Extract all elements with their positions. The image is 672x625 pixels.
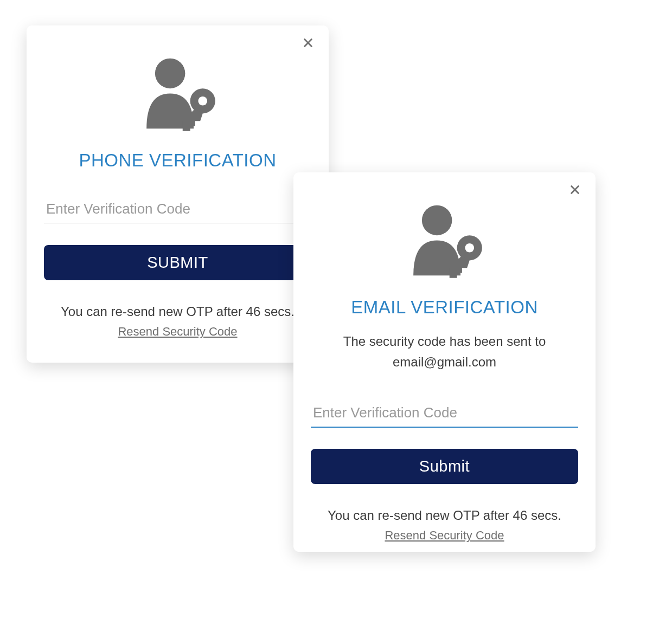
modal-subtitle: The security code has been sent to email…	[320, 331, 569, 373]
close-button[interactable]	[299, 35, 317, 53]
email-verification-modal: EMAIL VERIFICATION The security code has…	[293, 172, 596, 552]
resend-code-link[interactable]: Resend Security Code	[44, 325, 311, 339]
close-icon	[302, 37, 314, 51]
svg-point-9	[465, 243, 474, 253]
resend-countdown-message: You can re-send new OTP after 46 secs.	[311, 508, 578, 523]
resend-code-link[interactable]: Resend Security Code	[311, 529, 578, 543]
verification-code-input[interactable]	[311, 399, 578, 428]
close-icon	[569, 184, 581, 198]
modal-title: PHONE VERIFICATION	[44, 150, 311, 171]
user-key-icon	[44, 53, 311, 139]
phone-verification-modal: PHONE VERIFICATION SUBMIT You can re-sen…	[27, 25, 329, 363]
resend-countdown-message: You can re-send new OTP after 46 secs.	[44, 304, 311, 319]
verification-code-input[interactable]	[44, 195, 311, 223]
submit-button[interactable]: Submit	[311, 449, 578, 484]
svg-point-4	[198, 96, 207, 106]
submit-button[interactable]: SUBMIT	[44, 245, 311, 280]
svg-point-2	[155, 59, 185, 89]
svg-point-7	[422, 205, 452, 236]
modal-title: EMAIL VERIFICATION	[311, 297, 578, 318]
close-button[interactable]	[566, 182, 584, 199]
user-key-icon	[311, 199, 578, 286]
